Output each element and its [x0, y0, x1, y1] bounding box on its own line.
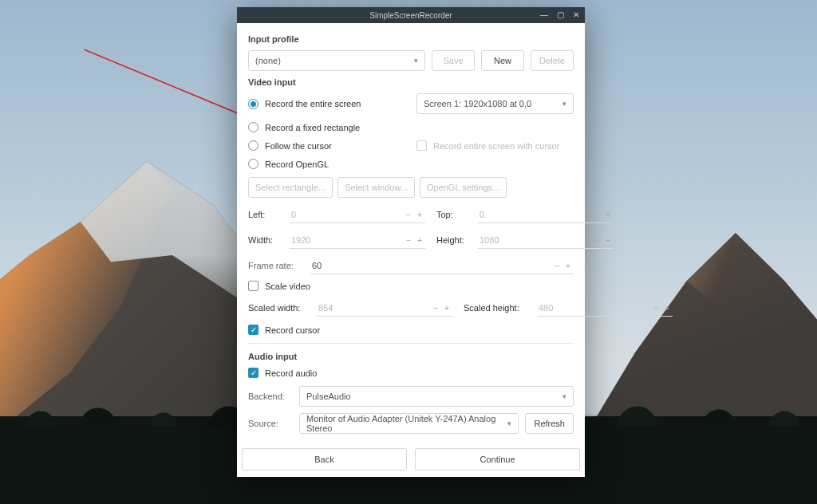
minus-icon[interactable]: −	[403, 235, 414, 245]
back-button[interactable]: Back	[242, 448, 407, 471]
height-label: Height:	[436, 235, 472, 245]
select-rectangle-button[interactable]: Select rectangle...	[248, 177, 333, 198]
left-input[interactable]: − +	[290, 206, 425, 223]
window-title: SimpleScreenRecorder	[369, 11, 452, 20]
top-input[interactable]: − +	[478, 206, 614, 223]
plus-icon[interactable]: +	[602, 235, 614, 245]
label-record-cursor: Record cursor	[265, 325, 320, 335]
minus-icon[interactable]: −	[551, 261, 562, 270]
radio-fixed-rectangle[interactable]	[248, 122, 259, 132]
frame-rate-input[interactable]: − +	[310, 257, 574, 274]
plus-icon[interactable]: +	[414, 210, 425, 219]
checkbox-record-entire-with-cursor	[416, 140, 427, 151]
minimize-icon[interactable]: —	[539, 9, 550, 20]
checkbox-record-cursor[interactable]: ✓	[248, 325, 259, 335]
radio-follow-cursor[interactable]	[248, 140, 259, 151]
profile-select-value: (none)	[255, 56, 281, 65]
minus-icon[interactable]: −	[403, 210, 414, 219]
minus-icon[interactable]: −	[430, 303, 441, 313]
left-label: Left:	[248, 210, 283, 219]
height-input[interactable]: − +	[478, 231, 614, 249]
radio-opengl[interactable]	[248, 159, 259, 169]
refresh-button[interactable]: Refresh	[525, 413, 574, 434]
radio-entire-screen[interactable]	[248, 99, 259, 109]
top-value[interactable]	[478, 210, 591, 219]
section-video-input: Video input	[248, 77, 574, 87]
dialog-window: SimpleScreenRecorder — ▢ ✕ Input profile…	[237, 7, 585, 477]
frame-rate-label: Frame rate:	[248, 261, 304, 270]
checkbox-record-audio[interactable]: ✓	[248, 368, 259, 378]
label-scale-video: Scale video	[265, 282, 310, 291]
minus-icon[interactable]: −	[650, 303, 661, 313]
chevron-down-icon: ▾	[507, 419, 511, 427]
plus-icon[interactable]: +	[661, 303, 673, 313]
label-record-entire-with-cursor: Record entire screen with cursor	[433, 141, 559, 151]
scaled-height-label: Scaled height:	[464, 303, 531, 313]
backend-label: Backend:	[248, 392, 293, 401]
profile-select[interactable]: (none) ▾	[248, 50, 425, 71]
width-input[interactable]: − +	[290, 231, 425, 249]
label-fixed-rectangle: Record a fixed rectangle	[265, 123, 360, 132]
minus-icon[interactable]: −	[591, 210, 602, 219]
height-value[interactable]	[478, 235, 591, 245]
select-window-button[interactable]: Select window...	[337, 177, 415, 198]
width-value[interactable]	[290, 235, 403, 245]
plus-icon[interactable]: +	[414, 235, 425, 245]
section-audio-input: Audio input	[248, 352, 574, 361]
titlebar[interactable]: SimpleScreenRecorder — ▢ ✕	[237, 7, 585, 23]
chevron-down-icon: ▾	[562, 100, 566, 108]
scaled-width-label: Scaled width:	[248, 303, 310, 313]
divider	[248, 343, 574, 344]
delete-button[interactable]: Delete	[531, 50, 574, 71]
scaled-height-value[interactable]	[537, 303, 650, 313]
label-entire-screen: Record the entire screen	[265, 99, 361, 108]
opengl-settings-button[interactable]: OpenGL settings...	[420, 177, 507, 198]
backend-select-value: PulseAudio	[306, 392, 351, 401]
maximize-icon[interactable]: ▢	[555, 9, 566, 20]
backend-select[interactable]: PulseAudio ▾	[299, 386, 574, 407]
plus-icon[interactable]: +	[441, 303, 452, 313]
screen-select-value: Screen 1: 1920x1080 at 0,0	[424, 99, 531, 108]
source-select[interactable]: Monitor of Audio Adapter (Unitek Y-247A)…	[299, 413, 519, 434]
section-input-profile: Input profile	[248, 34, 574, 44]
screen-select[interactable]: Screen 1: 1920x1080 at 0,0 ▾	[416, 93, 574, 114]
minus-icon[interactable]: −	[591, 235, 602, 245]
frame-rate-value[interactable]	[310, 261, 551, 270]
close-icon[interactable]: ✕	[570, 9, 582, 20]
chevron-down-icon: ▾	[414, 57, 418, 65]
plus-icon[interactable]: +	[562, 261, 574, 270]
save-button[interactable]: Save	[432, 50, 475, 71]
scaled-width-input[interactable]: − +	[317, 299, 452, 317]
scaled-width-value[interactable]	[317, 303, 430, 313]
source-select-value: Monitor of Audio Adapter (Unitek Y-247A)…	[306, 414, 507, 433]
chevron-down-icon: ▾	[562, 392, 566, 400]
source-label: Source:	[248, 419, 293, 428]
scaled-height-input[interactable]: − +	[537, 299, 673, 317]
label-follow-cursor: Follow the cursor	[265, 141, 332, 151]
new-button[interactable]: New	[481, 50, 524, 71]
width-label: Width:	[248, 235, 283, 245]
continue-button[interactable]: Continue	[415, 448, 580, 471]
plus-icon[interactable]: +	[602, 210, 614, 219]
label-opengl: Record OpenGL	[265, 159, 329, 169]
top-label: Top:	[436, 210, 472, 219]
label-record-audio: Record audio	[265, 368, 317, 378]
left-value[interactable]	[290, 210, 403, 219]
checkbox-scale-video[interactable]	[248, 281, 259, 291]
